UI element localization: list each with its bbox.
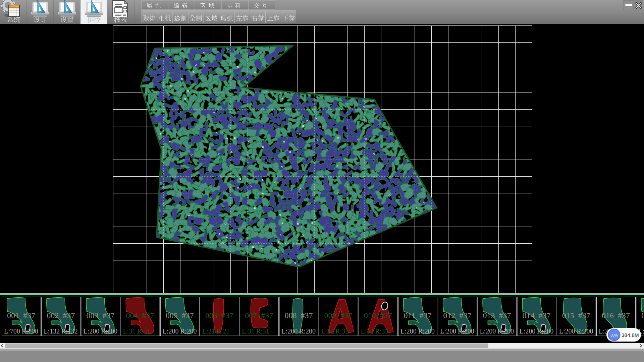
svg-text:L:200 R:200: L:200 R:200 [520,327,554,335]
svg-text:L:200 R:200: L:200 R:200 [480,327,514,335]
svg-text:003_#37: 003_#37 [86,311,114,320]
svg-text:L:31 R:31: L:31 R:31 [242,327,269,335]
svg-text:L:200 R:200: L:200 R:200 [281,327,316,335]
svg-text:L:700 R:700: L:700 R:700 [4,327,38,335]
svg-text:004_#37: 004_#37 [126,311,154,320]
svg-text:007_#37: 007_#37 [245,311,273,320]
svg-text:006_#37: 006_#37 [205,311,233,320]
svg-text:012_#37: 012_#37 [443,311,471,320]
svg-text:005_#37: 005_#37 [166,311,194,320]
svg-text:L:200 R:200: L:200 R:200 [440,327,474,335]
svg-text:L:31 R:31: L:31 R:31 [123,327,151,335]
svg-text:013_#37: 013_#37 [483,311,511,320]
svg-text:L:132 R:132: L:132 R:132 [44,327,78,335]
svg-text:L:21 R:21: L:21 R:21 [202,327,230,335]
svg-text:384.8M: 384.8M [622,332,639,338]
svg-text:38%: 38% [610,333,618,337]
svg-text:L:32 R:31: L:32 R:31 [321,327,349,335]
svg-text:L:200 R:200: L:200 R:200 [83,327,117,335]
svg-text:002_#37: 002_#37 [47,311,75,320]
svg-text:L:200 R:200: L:200 R:200 [163,327,197,335]
svg-text:014_#37: 014_#37 [523,311,551,320]
svg-text:L:33 R:33: L:33 R:33 [361,327,388,335]
svg-text:016_#37: 016_#37 [602,311,630,320]
svg-text:001_#37: 001_#37 [7,311,35,320]
svg-text:L:200 R:200: L:200 R:200 [400,327,435,335]
svg-text:010_#37: 010_#37 [364,311,392,320]
svg-text:009_#37: 009_#37 [324,311,353,320]
svg-text:015_#37: 015_#37 [562,311,590,320]
svg-text:017_#37: 017_#37 [641,311,644,320]
svg-text:011_#37: 011_#37 [404,311,431,320]
svg-text:L:200 R:200: L:200 R:200 [559,327,593,335]
svg-text:008_#37: 008_#37 [284,311,313,320]
